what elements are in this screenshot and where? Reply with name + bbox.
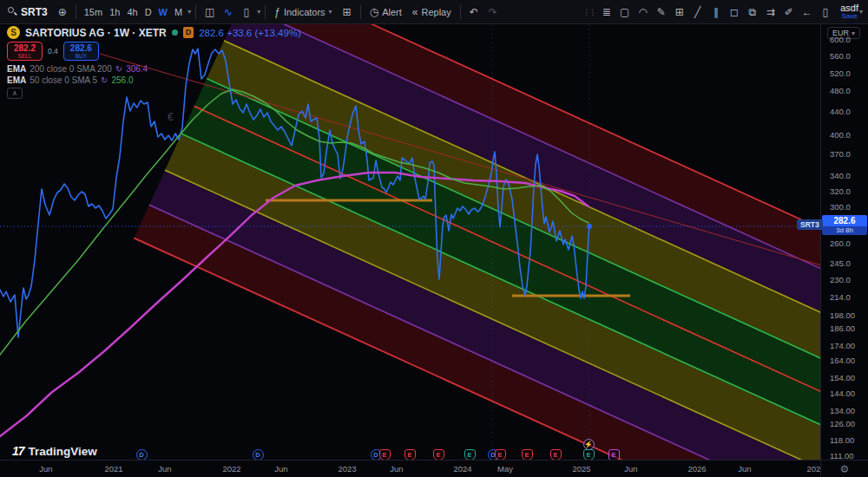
candles-icon[interactable]: ◫ <box>201 3 219 21</box>
time-axis-label: Jun <box>158 464 171 474</box>
toolbar-drag-handle[interactable]: ⋮⋮ <box>582 8 595 16</box>
price-axis-label: 144.00 <box>830 389 855 398</box>
trendline-tool-icon[interactable]: ╱ <box>688 3 707 21</box>
replay-label: Replay <box>421 7 450 17</box>
currency-watermark: € <box>168 111 174 123</box>
rectangle-tool-icon[interactable]: ▢ <box>615 3 634 21</box>
layout-chevron-icon[interactable]: ▾ <box>859 8 863 16</box>
chart-pane[interactable]: S SARTORIUS AG · 1W · XETR D 282.6 +33.6… <box>0 24 820 460</box>
interval-D[interactable]: D <box>141 5 155 19</box>
table-tool-icon[interactable]: ⊞ <box>670 3 688 21</box>
grid-layout-button[interactable]: ⊞ <box>339 5 356 19</box>
replay-icon: « <box>412 7 418 17</box>
price-axis-label: 214.0 <box>830 292 851 302</box>
chart-type-chevron-icon[interactable]: ▾ <box>257 8 260 16</box>
interval-group: 15m1h4hDWM <box>81 5 186 19</box>
replay-button[interactable]: « Replay <box>408 5 456 19</box>
earnings-special-marker[interactable]: E <box>608 449 620 461</box>
time-axis-label: Jun <box>624 464 637 474</box>
undo-icon: ↶ <box>470 7 478 17</box>
symbol-search-button[interactable]: SRT3 <box>3 4 52 20</box>
layout-save-link[interactable]: Save <box>841 13 857 20</box>
indicator-row[interactable]: EMA200 close 0 SMA 200↻306.4 <box>7 63 301 75</box>
sell-price: 282.2 <box>14 43 36 53</box>
series-ema200-sma200[interactable] <box>0 173 589 436</box>
last-price-dot[interactable] <box>587 224 592 229</box>
last-price-axis-label: 282.6 3d 8h <box>822 215 867 235</box>
indicator-spinner-icon: ↻ <box>115 64 122 74</box>
text-note-tool-icon[interactable]: ◻ <box>725 3 743 21</box>
line-tools-icon[interactable]: ≣ <box>597 3 615 21</box>
interval-4h[interactable]: 4h <box>123 5 141 19</box>
symbol-title[interactable]: SARTORIUS AG · 1W · XETR <box>25 27 167 39</box>
ruler-tool-icon[interactable]: ← <box>798 3 816 21</box>
buy-price: 282.6 <box>70 43 92 53</box>
frame-tool-icon[interactable]: ▯ <box>816 3 834 21</box>
legend-collapse-button[interactable]: ∧ <box>7 88 23 99</box>
earnings-marker[interactable]: E <box>379 449 391 461</box>
layers-tool-icon[interactable]: ⧉ <box>743 3 761 21</box>
interval-15m[interactable]: 15m <box>81 5 106 19</box>
time-axis-label: 2022 <box>222 464 240 474</box>
earnings-marker[interactable]: E <box>404 449 416 461</box>
time-axis-label: 2023 <box>338 464 356 474</box>
delayed-data-badge[interactable]: D <box>183 27 194 38</box>
upcoming-event-marker[interactable]: ⚡ <box>583 439 595 450</box>
redo-icon: ↷ <box>489 7 497 17</box>
interval-M[interactable]: M <box>171 5 186 19</box>
layout-save-block[interactable]: asdf Save <box>840 3 858 21</box>
time-axis-label: Jun <box>390 464 403 474</box>
tradingview-app: SRT3 ⊕ 15m1h4hDWM ▾ ◫∿▯ ▾ ƒ Indicators ▾… <box>0 0 868 477</box>
tradingview-logo-text: TradingView <box>29 445 97 458</box>
dividend-marker[interactable]: D <box>253 449 264 461</box>
price-axis-label: 260.0 <box>830 238 851 248</box>
compare-add-button[interactable]: ⊕ <box>54 5 71 19</box>
price-axis-label: 174.00 <box>830 341 855 350</box>
time-axis-label: 2026 <box>687 464 706 474</box>
earnings-beat-marker[interactable]: E <box>583 449 595 461</box>
indicators-button[interactable]: ƒ Indicators ▾ <box>270 5 336 19</box>
sell-label: SELL <box>18 53 32 59</box>
dividend-marker[interactable]: D <box>136 449 148 461</box>
projection-tool-icon[interactable]: ⇉ <box>761 3 779 21</box>
price-axis-label: 320.0 <box>830 186 851 196</box>
price-axis[interactable]: EUR ▾ 600.0560.0520.0480.0440.0400.0370.… <box>820 24 868 460</box>
earnings-beat-marker[interactable]: E <box>464 449 476 461</box>
price-axis-label: 370.0 <box>830 149 851 159</box>
price-axis-label: 340.0 <box>830 171 851 180</box>
earnings-marker[interactable]: E <box>522 449 533 461</box>
axis-settings-corner[interactable]: ⚙ <box>820 460 868 477</box>
redo-button[interactable]: ↷ <box>484 5 502 19</box>
curve-tool-icon[interactable]: ◠ <box>634 3 652 21</box>
legend-price: 282.6 <box>199 28 224 38</box>
brush-tool-icon[interactable]: ✎ <box>652 3 670 21</box>
price-axis-label: 230.0 <box>830 275 851 284</box>
currency-chevron-icon: ▾ <box>852 29 855 37</box>
alert-button[interactable]: ◷ Alert <box>365 5 406 19</box>
earnings-marker[interactable]: E <box>433 449 444 461</box>
alert-clock-icon: ◷ <box>370 7 378 17</box>
time-axis[interactable]: Jun2021Jun2022Jun2023Jun2024May2025Jun20… <box>0 460 820 477</box>
earnings-marker[interactable]: E <box>495 449 506 461</box>
indicator-row[interactable]: EMA50 close 0 SMA 5↻256.0 <box>7 75 301 86</box>
tradingview-logo[interactable]: 17 TradingView <box>12 444 97 458</box>
hollow-candles-icon[interactable]: ▯ <box>237 3 255 21</box>
last-price-value: 282.6 <box>822 215 867 226</box>
time-axis-label: 2025 <box>572 464 590 474</box>
indicator-value: 306.4 <box>126 64 148 74</box>
buy-button[interactable]: 282.6 BUY <box>63 42 99 61</box>
price-axis-label: 118.00 <box>830 435 854 445</box>
parallel-channel-tool-icon[interactable]: ∥ <box>707 3 725 21</box>
undo-button[interactable]: ↶ <box>465 5 483 19</box>
symbol-name: SRT3 <box>21 6 48 18</box>
picker-tool-icon[interactable]: ✐ <box>779 3 798 21</box>
interval-chevron-icon[interactable]: ▾ <box>187 8 191 16</box>
sell-button[interactable]: 282.2 SELL <box>7 42 43 61</box>
interval-W[interactable]: W <box>155 5 171 19</box>
line-chart-icon[interactable]: ∿ <box>219 3 237 21</box>
sartorius-logo: S <box>7 26 20 39</box>
spread-value: 0.4 <box>48 47 58 56</box>
interval-1h[interactable]: 1h <box>106 5 123 19</box>
indicator-name: EMA <box>7 75 26 85</box>
earnings-marker[interactable]: E <box>550 449 562 461</box>
